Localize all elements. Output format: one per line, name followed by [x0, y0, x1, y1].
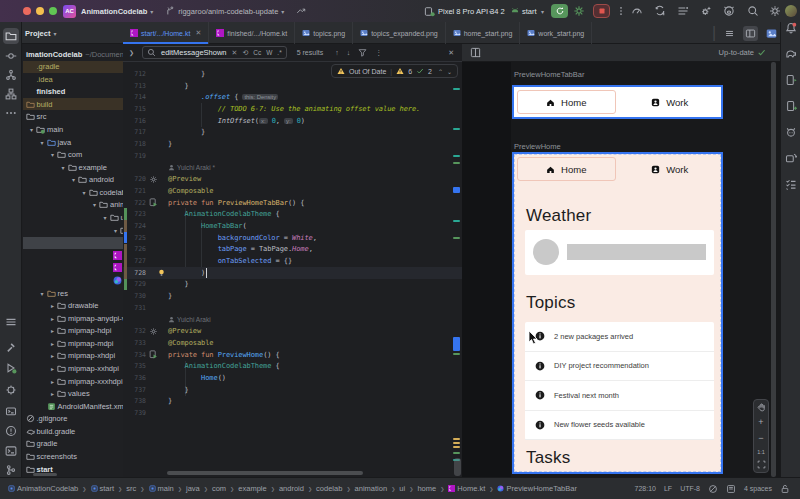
editor-tab[interactable]: home_start.png — [446, 22, 521, 44]
breadcrumb-item[interactable]: java — [186, 484, 200, 493]
search-everywhere-icon[interactable] — [747, 5, 759, 17]
tree-item-finished[interactable]: finished — [23, 86, 123, 98]
tree-item-example[interactable]: ▾example — [62, 161, 124, 173]
tree-item-src[interactable]: src — [23, 111, 123, 123]
structure-list-tool-icon[interactable] — [783, 176, 799, 192]
breadcrumb-item[interactable]: android — [279, 484, 304, 493]
pull-requests-tool-icon[interactable] — [3, 67, 19, 83]
next-issue-icon[interactable]: ⌄ — [447, 68, 452, 75]
preview-mode-icon[interactable] — [470, 47, 481, 58]
editor-tab[interactable]: topics_expanded.png — [353, 22, 446, 44]
preview-settings-gutter-icon[interactable] — [149, 175, 158, 184]
tree-item-main[interactable]: ▾main — [30, 123, 123, 135]
zoom-in-icon[interactable]: + — [758, 417, 763, 427]
settings-icon[interactable] — [769, 5, 781, 17]
close-tab-icon[interactable]: ✕ — [195, 29, 201, 37]
preview-zoom-controls[interactable]: + − 1:1 — [753, 399, 769, 473]
maximize-window-button[interactable] — [49, 7, 57, 15]
minimize-window-button[interactable] — [36, 7, 44, 15]
logcat-tool-icon[interactable] — [3, 403, 19, 419]
tree-item[interactable] — [107, 262, 123, 274]
search-history-icon[interactable]: ⟲ — [242, 49, 248, 57]
project-tool-icon[interactable] — [3, 28, 19, 44]
editor-vertical-scrollbar[interactable] — [454, 458, 461, 476]
line-ending[interactable]: LF — [664, 485, 672, 492]
tree-item--gradle[interactable]: .gradle — [23, 61, 123, 73]
next-match-icon[interactable]: ↓ — [347, 49, 351, 56]
notifications-icon[interactable] — [783, 20, 799, 36]
tree-item-home[interactable]: ▾home — [114, 224, 123, 236]
filter-icon[interactable] — [358, 48, 367, 57]
breadcrumb-item[interactable]: src — [126, 484, 136, 493]
tree-item-build[interactable]: build — [23, 98, 123, 110]
zoom-reset[interactable]: 1:1 — [757, 449, 765, 455]
tree-item-res[interactable]: ▾res — [41, 287, 124, 299]
tree-item-mipmap-xhdpi[interactable]: ▸mipmap-xhdpi — [51, 350, 123, 362]
breadcrumb-item[interactable]: AnimationCodelab — [8, 484, 78, 493]
apply-changes-button[interactable] — [573, 5, 585, 17]
structure-tool-icon[interactable] — [3, 86, 19, 102]
run-preview-gutter-icon[interactable] — [149, 198, 158, 207]
tree-item[interactable] — [107, 249, 123, 261]
rerun-button[interactable] — [551, 4, 568, 18]
gradle-tool-icon[interactable] — [783, 46, 799, 62]
breadcrumb-item[interactable]: main — [149, 484, 174, 493]
project-panel-header[interactable]: Project▾ — [25, 22, 56, 44]
logcat-icon[interactable] — [677, 5, 689, 17]
breadcrumb-item[interactable]: codelab — [316, 484, 342, 493]
tree-item-mipmap-mdpi[interactable]: ▸mipmap-mdpi — [51, 337, 123, 349]
fit-to-screen-icon[interactable] — [757, 460, 766, 469]
code-editor[interactable]: ❯ editMessageShown ✕ ⟲ Cc W .* 5 results… — [123, 44, 462, 477]
tree-item--gitignore[interactable]: .gitignore — [23, 413, 123, 425]
topic-row[interactable]: 2 new packages arrived — [525, 322, 714, 352]
caret-position[interactable]: 728:10 — [635, 485, 656, 492]
topic-row[interactable]: DIY project recommendation — [525, 352, 714, 382]
inspection-widget[interactable]: Out Of Date | 6 2 ⌃ ⌄ — [331, 64, 458, 78]
intention-bulb-icon[interactable] — [157, 268, 166, 277]
running-devices-tool-icon[interactable] — [783, 72, 799, 88]
stop-button[interactable] — [593, 4, 610, 18]
todo-tool-icon[interactable] — [3, 314, 19, 330]
code-area[interactable]: 712 }713 }714 .offset { this: Density715… — [123, 62, 462, 477]
match-case-toggle[interactable]: Cc — [253, 49, 261, 56]
run-preview-gutter-icon[interactable] — [149, 350, 158, 359]
tree-item-values[interactable]: ▸values — [51, 388, 123, 400]
preview-home-tab-bar[interactable]: Home Work — [512, 85, 723, 119]
tree-item-mipmap-xxxhdpi[interactable]: ▸mipmap-xxxhdpi — [51, 375, 123, 387]
tree-item-animation[interactable]: ▾animation — [93, 199, 123, 211]
editor-tab[interactable]: finished/.../Home.kt — [209, 22, 295, 44]
run-config-selector[interactable]: start — [522, 7, 537, 16]
tree-item-gradle[interactable]: gradle — [23, 438, 123, 450]
breadcrumb-item[interactable]: example — [238, 484, 266, 493]
pan-icon[interactable] — [757, 403, 766, 412]
build-tool-icon[interactable] — [3, 339, 19, 355]
device-selector[interactable]: Pixel 8 Pro API 34 2 — [438, 7, 505, 16]
tree-item-build-gradle[interactable]: build.gradle — [23, 425, 123, 437]
editor-tab[interactable]: topics.png — [295, 22, 353, 44]
app-quality-insights-tool-icon[interactable] — [783, 124, 799, 140]
editor-tab[interactable]: work_start.png — [520, 22, 592, 44]
breadcrumb-item[interactable]: PreviewHomeTabBar — [497, 484, 576, 493]
terminal-tool-icon[interactable] — [3, 443, 19, 459]
prev-issue-icon[interactable]: ⌃ — [438, 68, 443, 75]
more-find-options-icon[interactable]: ⋮ — [375, 49, 382, 57]
close-window-button[interactable] — [23, 7, 31, 15]
tree-item[interactable] — [107, 274, 123, 286]
tree-item-drawable[interactable]: ▸drawable — [51, 300, 123, 312]
list-view-icon[interactable] — [724, 28, 735, 39]
zoom-out-icon[interactable]: − — [758, 433, 763, 443]
breadcrumb-item[interactable]: home — [417, 484, 436, 493]
regex-toggle[interactable]: .* — [277, 49, 281, 56]
tree-item-mipmap-anydpi-v26[interactable]: ▸mipmap-anydpi-v26 — [51, 312, 123, 324]
breadcrumb-item[interactable]: ui — [399, 484, 405, 493]
tree-item-androidmanifest-xml[interactable]: AndroidManifest.xml — [41, 400, 124, 412]
app-inspection-tool-icon[interactable] — [3, 382, 19, 398]
indent-config[interactable]: 4 spaces — [744, 485, 772, 492]
tree-item-imationcodelab[interactable]: imationCodelab~/Documen — [23, 48, 123, 60]
run-tool-icon[interactable] — [3, 360, 19, 376]
tree-item-java[interactable]: ▾java — [41, 136, 124, 148]
highlighting-level-icon[interactable] — [708, 484, 718, 494]
clear-search-icon[interactable]: ✕ — [232, 49, 238, 57]
device-manager-tool-icon[interactable] — [783, 98, 799, 114]
gradle-icon[interactable] — [723, 5, 735, 17]
